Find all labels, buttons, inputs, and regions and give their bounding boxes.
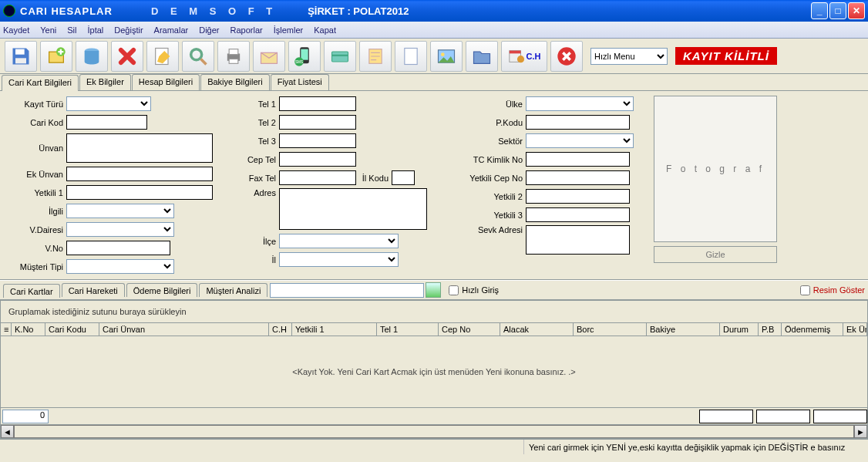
- col-cariunvan[interactable]: Cari Ünvan: [99, 323, 269, 336]
- tab-musteri-analizi[interactable]: Müşteri Analizi: [199, 283, 267, 297]
- tel1-input[interactable]: [279, 96, 356, 111]
- menu-yeni[interactable]: Yeni: [40, 25, 56, 35]
- col-ch[interactable]: C.H: [269, 323, 292, 336]
- tab-hesap-bilgileri[interactable]: Hesap Bilgileri: [132, 74, 200, 90]
- ulke-select[interactable]: [526, 96, 634, 111]
- menu-kapat[interactable]: Kapat: [314, 25, 336, 35]
- label-il: İl: [241, 255, 276, 265]
- sevkadresi-input[interactable]: [526, 225, 630, 255]
- ilgili-select[interactable]: [66, 204, 174, 218]
- ilce-select[interactable]: [279, 234, 399, 248]
- copy-icon[interactable]: [426, 282, 441, 298]
- svg-point-23: [516, 56, 523, 62]
- kayit-turu-select[interactable]: [66, 96, 151, 111]
- col-carikodu[interactable]: Cari Kodu: [45, 323, 99, 336]
- menu-raporlar[interactable]: Raporlar: [230, 25, 263, 35]
- label-yetkilicep: Yetkili Cep No: [455, 174, 523, 183]
- hizli-giris-checkbox[interactable]: Hızlı Giriş: [449, 285, 499, 295]
- pkodu-input[interactable]: [526, 115, 630, 130]
- menu-islemler[interactable]: İşlemler: [274, 25, 304, 35]
- sektor-select[interactable]: [526, 133, 634, 148]
- label-ilce: İlçe: [241, 237, 276, 246]
- tckimlik-input[interactable]: [526, 152, 630, 167]
- yetkili3-input[interactable]: [526, 207, 630, 222]
- tab-cari-hareketi[interactable]: Cari Hareketi: [62, 283, 125, 297]
- tab-fiyat-listesi[interactable]: Fiyat Listesi: [271, 74, 329, 90]
- card-icon[interactable]: [324, 41, 356, 72]
- col-pb[interactable]: P.B: [759, 323, 782, 336]
- tab-bakiye-bilgileri[interactable]: Bakiye Bilgileri: [200, 74, 270, 90]
- adres-input[interactable]: [279, 188, 427, 230]
- scroll-right-icon[interactable]: ►: [854, 425, 867, 438]
- tab-cari-kart[interactable]: Cari Kart Bilgileri: [2, 75, 79, 91]
- col-kno[interactable]: K.No: [12, 323, 45, 336]
- yetkili1-input[interactable]: [66, 185, 213, 200]
- image-icon[interactable]: [430, 41, 463, 72]
- col-durum[interactable]: Durum: [720, 323, 759, 336]
- scroll-left-icon[interactable]: ◄: [1, 425, 14, 438]
- close-button[interactable]: ✕: [848, 2, 865, 19]
- menu-sil[interactable]: Sil: [67, 25, 76, 35]
- hide-photo-button[interactable]: Gizle: [654, 246, 777, 263]
- save-icon[interactable]: [5, 41, 37, 72]
- delete-icon[interactable]: [111, 41, 143, 72]
- tel3-input[interactable]: [279, 133, 356, 148]
- menu-degistir[interactable]: Değiştir: [114, 25, 143, 35]
- cari-kod-input[interactable]: [66, 115, 147, 130]
- quick-menu-select[interactable]: Hızlı Menu: [590, 48, 668, 65]
- label-adres: Adres: [241, 188, 276, 197]
- col-selector[interactable]: ≡: [1, 323, 12, 336]
- menu-aramalar[interactable]: Aramalar: [154, 25, 189, 35]
- vdairesi-select[interactable]: [66, 222, 174, 237]
- label-ek-unvan: Ek Ünvan: [8, 170, 63, 179]
- sms-icon[interactable]: SMS: [288, 41, 321, 72]
- scroll-track[interactable]: [14, 425, 854, 438]
- ch-icon[interactable]: C.H: [501, 41, 547, 72]
- ceptel-input[interactable]: [279, 152, 356, 167]
- ek-unvan-input[interactable]: [66, 167, 213, 181]
- mail-icon[interactable]: [253, 41, 285, 72]
- tab-odeme-bilgileri[interactable]: Ödeme Bilgileri: [126, 283, 198, 297]
- grid-search-input[interactable]: [270, 283, 424, 298]
- faxtel-input[interactable]: [279, 170, 356, 185]
- col-cepno[interactable]: Cep No: [439, 323, 500, 336]
- il-select[interactable]: [279, 252, 399, 267]
- print-icon[interactable]: [217, 41, 250, 72]
- label-yetkili2: Yetkili 2: [455, 192, 523, 201]
- col-tel1[interactable]: Tel 1: [377, 323, 439, 336]
- new-icon[interactable]: [40, 41, 72, 72]
- minimize-button[interactable]: _: [811, 2, 828, 19]
- col-ekunvan[interactable]: Ek Ünvan: [843, 323, 867, 336]
- menu-iptal[interactable]: İptal: [88, 25, 104, 35]
- search-icon[interactable]: [182, 41, 214, 72]
- ilkodu-input[interactable]: [392, 170, 415, 185]
- yetkilicep-input[interactable]: [526, 170, 630, 185]
- col-odenmemis[interactable]: Ödenmemiş: [782, 323, 843, 336]
- edit-icon[interactable]: [146, 41, 179, 72]
- grid-tabs-row: Cari Kartlar Cari Hareketi Ödeme Bilgile…: [0, 280, 868, 300]
- note-icon[interactable]: [359, 41, 392, 72]
- maximize-button[interactable]: □: [829, 2, 846, 19]
- cancel-icon[interactable]: [550, 41, 583, 72]
- tel2-input[interactable]: [279, 115, 356, 130]
- vno-input[interactable]: [66, 241, 170, 255]
- col-alacak[interactable]: Alacak: [500, 323, 574, 336]
- resim-goster-checkbox[interactable]: Resim Göster: [800, 285, 865, 295]
- database-icon[interactable]: [76, 41, 108, 72]
- svg-point-20: [441, 52, 445, 56]
- title-company: ŞİRKET : POLAT2012: [308, 5, 409, 17]
- unvan-input[interactable]: [66, 133, 213, 163]
- blank-icon[interactable]: [395, 41, 427, 72]
- musteri-tipi-select[interactable]: [66, 259, 174, 274]
- yetkili2-input[interactable]: [526, 189, 630, 204]
- tab-cari-kartlar[interactable]: Cari Kartlar: [3, 284, 60, 298]
- tab-ek-bilgiler[interactable]: Ek Bilgiler: [79, 74, 131, 90]
- col-bakiye[interactable]: Bakiye: [647, 323, 720, 336]
- horizontal-scrollbar[interactable]: ◄ ►: [1, 424, 867, 438]
- status-text: Yeni cari girmek için YENİ ye,eski kayıt…: [524, 443, 868, 452]
- menu-kaydet[interactable]: Kaydet: [3, 25, 29, 35]
- menu-diger[interactable]: Diğer: [199, 25, 219, 35]
- col-borc[interactable]: Borc: [574, 323, 647, 336]
- folder-icon[interactable]: [466, 41, 498, 72]
- col-yetkili1[interactable]: Yetkili 1: [292, 323, 377, 336]
